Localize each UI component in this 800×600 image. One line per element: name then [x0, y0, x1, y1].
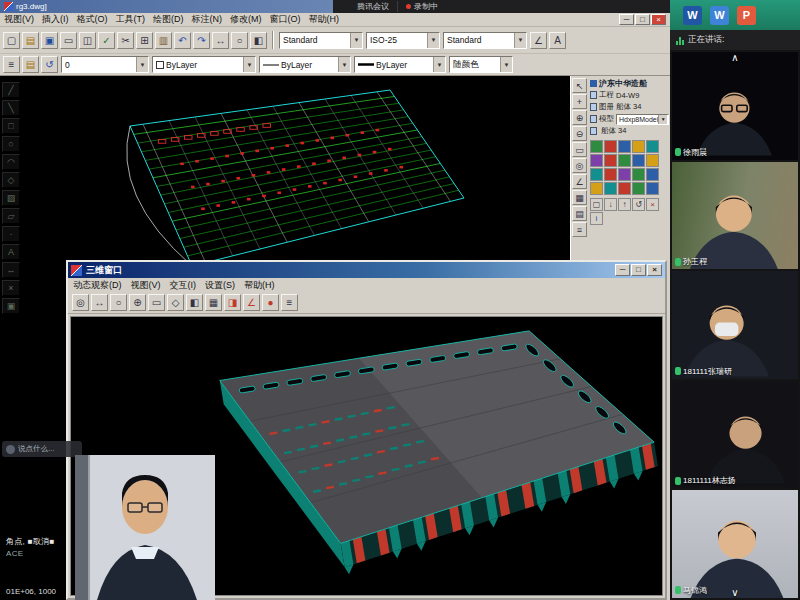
module-icon[interactable]: [618, 140, 631, 153]
minimize-icon[interactable]: ─: [615, 264, 630, 276]
section-icon[interactable]: ◨: [224, 294, 241, 311]
menu-orbit[interactable]: 动态观察(D): [73, 279, 122, 292]
model-combo[interactable]: Hdxp8Model ▼: [616, 114, 669, 125]
text-tool-icon[interactable]: A: [2, 244, 20, 260]
redo-icon[interactable]: ↷: [193, 32, 210, 49]
close-icon[interactable]: ×: [647, 264, 662, 276]
module-icon[interactable]: [618, 154, 631, 167]
open-folder-icon[interactable]: ▤: [22, 32, 39, 49]
zoom-extents-icon[interactable]: ⊕: [129, 294, 146, 311]
module-icon[interactable]: [604, 140, 617, 153]
module-icon[interactable]: [590, 154, 603, 167]
module-icon[interactable]: [632, 168, 645, 181]
menu-interact[interactable]: 交互(I): [170, 279, 197, 292]
zoom-out-icon[interactable]: ⊖: [572, 126, 587, 141]
erase-tool-icon[interactable]: ×: [2, 280, 20, 296]
close-icon[interactable]: ×: [651, 14, 666, 25]
module-icon[interactable]: [618, 168, 631, 181]
meeting-titlebar[interactable]: 腾讯会议 录制中: [333, 0, 670, 13]
participant-video[interactable]: 徐雨晨: [672, 52, 798, 160]
menu-view[interactable]: 视图(V): [131, 279, 161, 292]
module-icon[interactable]: [590, 168, 603, 181]
zoom-in-icon[interactable]: ⊕: [572, 110, 587, 125]
lineweight-combo[interactable]: ByLayer ▼: [354, 56, 446, 73]
webcam-video[interactable]: [75, 455, 215, 600]
menu-help[interactable]: 帮助(H): [309, 13, 340, 26]
viewer3d-titlebar[interactable]: 三维窗口 ─ □ ×: [68, 262, 665, 278]
plot-style-combo[interactable]: 随颜色 ▼: [449, 56, 513, 73]
cut-icon[interactable]: ✂: [117, 32, 134, 49]
menu-insert[interactable]: 插入(I): [42, 13, 69, 26]
menu-window[interactable]: 窗口(O): [270, 13, 301, 26]
text-style-combo[interactable]: Standard ▼: [443, 32, 527, 49]
grid-icon[interactable]: ▦: [572, 190, 587, 205]
scroll-down-icon[interactable]: ∨: [731, 588, 738, 598]
chevron-down-icon[interactable]: ▼: [427, 33, 439, 48]
preview-icon[interactable]: ◫: [79, 32, 96, 49]
module-icon[interactable]: [604, 182, 617, 195]
arc-tool-icon[interactable]: ◠: [2, 154, 20, 170]
menu-dimension[interactable]: 标注(N): [192, 13, 223, 26]
module-icon[interactable]: [604, 168, 617, 181]
module-icon[interactable]: [646, 154, 659, 167]
undo-icon[interactable]: ↶: [174, 32, 191, 49]
tree-row-hull[interactable]: 船体 34: [590, 125, 669, 137]
layer-combo[interactable]: 0 ▼: [61, 56, 149, 73]
module-icon[interactable]: [632, 182, 645, 195]
chevron-down-icon[interactable]: ▼: [136, 57, 148, 72]
maximize-icon[interactable]: □: [631, 264, 646, 276]
chat-input[interactable]: 说点什么...: [2, 441, 82, 457]
refresh-icon[interactable]: ↺: [632, 198, 645, 211]
spell-check-icon[interactable]: ✓: [98, 32, 115, 49]
participant-video[interactable]: 马锦鸿: [672, 490, 798, 598]
zoom-window-icon[interactable]: ▭: [572, 142, 587, 157]
menu-format[interactable]: 格式(O): [77, 13, 108, 26]
hatch-tool-icon[interactable]: ▨: [2, 190, 20, 206]
tree-row-project[interactable]: 工程 D4-W9: [590, 89, 669, 101]
style-combo[interactable]: Standard ▼: [279, 32, 363, 49]
module-icon[interactable]: [632, 154, 645, 167]
module-icon[interactable]: [590, 182, 603, 195]
participant-video[interactable]: 181111张瑞研: [672, 271, 798, 379]
block-tool-icon[interactable]: ▣: [2, 298, 20, 314]
paste-icon[interactable]: ▥: [155, 32, 172, 49]
rectangle-tool-icon[interactable]: □: [2, 118, 20, 134]
scroll-up-icon[interactable]: ∧: [731, 53, 738, 63]
ellipse-tool-icon[interactable]: ◇: [2, 172, 20, 188]
print-icon[interactable]: ▭: [60, 32, 77, 49]
shade-mode-icon[interactable]: ◧: [186, 294, 203, 311]
point-tool-icon[interactable]: ·: [2, 226, 20, 242]
measure-icon[interactable]: ∠: [572, 174, 587, 189]
module-icon[interactable]: [646, 168, 659, 181]
polyline-tool-icon[interactable]: ╲: [2, 100, 20, 116]
zoom-icon[interactable]: ○: [231, 32, 248, 49]
new-file-icon[interactable]: ▢: [3, 32, 20, 49]
front-view-icon[interactable]: ▭: [148, 294, 165, 311]
tree-row-model[interactable]: 模型 Hdxp8Model ▼: [590, 113, 669, 125]
pan-icon[interactable]: ↔: [212, 32, 229, 49]
pan-hand-icon[interactable]: +: [572, 94, 587, 109]
settings-icon[interactable]: ≡: [572, 222, 587, 237]
wireframe-mode-icon[interactable]: ▦: [205, 294, 222, 311]
text-style-icon[interactable]: A: [549, 32, 566, 49]
select-tool-icon[interactable]: ↖: [572, 78, 587, 93]
participant-video[interactable]: 孙王程: [672, 162, 798, 270]
chevron-down-icon[interactable]: ▼: [514, 33, 526, 48]
layer-manager-icon[interactable]: ≡: [3, 56, 20, 73]
export-icon[interactable]: ↑: [618, 198, 631, 211]
circle-tool-icon[interactable]: ○: [2, 136, 20, 152]
word-doc-icon[interactable]: W: [683, 6, 702, 25]
emoji-icon[interactable]: [6, 445, 15, 454]
maximize-icon[interactable]: □: [635, 14, 650, 25]
color-combo[interactable]: ByLayer ▼: [152, 56, 256, 73]
module-icon[interactable]: [646, 140, 659, 153]
settings-3d-icon[interactable]: ≡: [281, 294, 298, 311]
import-icon[interactable]: ↓: [604, 198, 617, 211]
dim-style-icon[interactable]: ∠: [530, 32, 547, 49]
layer-previous-icon[interactable]: ↺: [41, 56, 58, 73]
chevron-down-icon[interactable]: ▼: [658, 115, 667, 124]
menu-view[interactable]: 视图(V): [4, 13, 34, 26]
menu-tools[interactable]: 工具(T): [116, 13, 146, 26]
module-icon[interactable]: [590, 140, 603, 153]
menu-draw[interactable]: 绘图(D): [153, 13, 184, 26]
